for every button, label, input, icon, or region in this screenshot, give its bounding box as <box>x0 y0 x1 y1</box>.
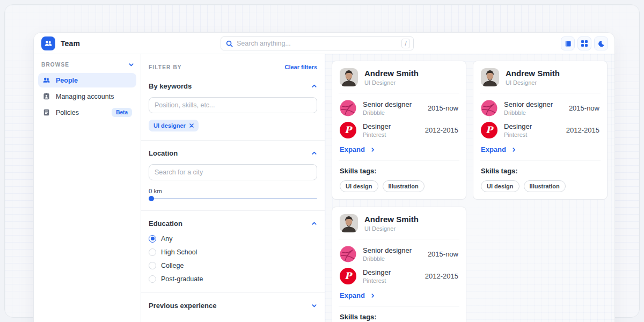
top-bar: Team / <box>34 33 614 54</box>
radio-button[interactable] <box>149 235 156 243</box>
position-title: Desinger <box>363 268 419 276</box>
sidebar-item-label: Policies <box>56 109 79 116</box>
search-input[interactable] <box>237 40 401 47</box>
search-shortcut-key: / <box>401 39 410 48</box>
radio-college[interactable]: College <box>149 260 317 270</box>
chevron-up-icon[interactable] <box>311 83 317 89</box>
chevron-right-icon <box>370 147 376 152</box>
education-section-header[interactable]: Education <box>149 219 317 228</box>
filter-divider <box>141 292 325 293</box>
moon-icon <box>598 40 605 47</box>
pinterest-icon: P <box>481 122 497 138</box>
dark-mode-button[interactable] <box>594 36 608 50</box>
position-title: Senior designer <box>363 246 421 254</box>
apps-button[interactable] <box>577 36 591 50</box>
top-actions <box>561 36 608 50</box>
book-icon <box>565 40 572 47</box>
clear-filters-link[interactable]: Clear filters <box>284 64 317 70</box>
experience-section-header[interactable]: Previous experience <box>149 302 317 310</box>
profile-card: Andrew Smith UI Designer Senior designer… <box>332 61 466 200</box>
expand-button[interactable]: Expand <box>481 145 599 153</box>
keywords-section-header[interactable]: By keywords <box>149 82 317 90</box>
position-period: 2015-now <box>428 250 458 258</box>
keyword-tag[interactable]: UI designer <box>149 120 199 131</box>
policies-icon <box>42 108 50 116</box>
skills-label: Skills tags: <box>481 167 599 175</box>
location-section-title: Location <box>149 149 178 157</box>
filters-panel: FILTER BY Clear filters By keywords UI d… <box>141 54 325 322</box>
experience-row: P Desinger Pinterest 2012-2015 <box>340 268 458 284</box>
person-role: UI Designer <box>364 225 419 232</box>
sidebar-item-label: Managing accounts <box>56 93 114 100</box>
sidebar-item-label: People <box>56 77 78 84</box>
skill-tag: Illustration <box>383 180 425 192</box>
card-divider <box>339 93 459 93</box>
browse-section-header[interactable]: BROWSE <box>38 62 136 68</box>
global-search[interactable]: / <box>221 36 414 50</box>
position-period: 2015-now <box>569 104 599 112</box>
position-title: Desinger <box>363 122 419 130</box>
app-title: Team <box>61 39 80 48</box>
radio-high-school[interactable]: High School <box>149 247 317 257</box>
experience-timeline: Senior designer Dribbble 2015-now P Desi… <box>340 246 458 284</box>
person-role: UI Designer <box>364 79 419 86</box>
skills-label: Skills tags: <box>340 313 458 321</box>
person-name: Andrew Smith <box>364 69 419 78</box>
expand-button[interactable]: Expand <box>340 291 458 299</box>
location-section-header[interactable]: Location <box>149 149 317 157</box>
filter-divider <box>141 140 325 141</box>
position-title: Desinger <box>504 122 560 130</box>
chevron-up-icon[interactable] <box>311 221 317 226</box>
cards-grid: Andrew Smith UI Designer Senior designer… <box>332 61 608 322</box>
city-search-input[interactable] <box>149 164 317 180</box>
distance-slider[interactable] <box>149 195 317 202</box>
card-divider <box>339 239 459 239</box>
experience-row: Senior designer Dribbble 2015-now <box>481 100 599 116</box>
chevron-down-icon[interactable] <box>311 303 317 309</box>
dribbble-icon <box>481 100 497 116</box>
sidebar-item-people[interactable]: People <box>38 73 136 87</box>
slider-track[interactable] <box>149 198 317 199</box>
chevron-up-icon[interactable] <box>311 150 317 156</box>
radio-button[interactable] <box>149 248 156 256</box>
expand-button[interactable]: Expand <box>340 145 458 153</box>
position-title: Senior designer <box>504 100 562 108</box>
results-area: Andrew Smith UI Designer Senior designer… <box>325 54 614 322</box>
radio-button[interactable] <box>149 275 156 283</box>
grid-icon <box>581 40 588 47</box>
beta-badge: Beta <box>112 108 132 117</box>
search-icon <box>226 40 233 47</box>
sidebar-item-policies[interactable]: Policies Beta <box>38 105 136 120</box>
chevron-down-icon[interactable] <box>128 62 134 68</box>
experience-row: Senior designer Dribbble 2015-now <box>340 246 458 262</box>
position-period: 2012-2015 <box>425 126 458 134</box>
sidebar-item-managing-accounts[interactable]: Managing accounts <box>38 89 136 104</box>
keywords-input[interactable] <box>149 97 317 113</box>
pinterest-icon: P <box>340 268 356 284</box>
radio-any[interactable]: Any <box>149 233 317 244</box>
education-section-title: Education <box>149 219 182 228</box>
slider-knob[interactable] <box>149 196 154 201</box>
filters-heading: FILTER BY <box>149 64 182 70</box>
browse-label: BROWSE <box>41 62 69 68</box>
position-company: Pinterest <box>504 131 560 138</box>
close-icon[interactable] <box>189 123 194 128</box>
book-button[interactable] <box>561 36 575 50</box>
position-company: Pinterest <box>363 131 419 138</box>
app-window: Team / <box>33 32 615 322</box>
position-company: Dribbble <box>504 109 562 116</box>
skill-tag: Illustration <box>524 180 566 192</box>
skills-label: Skills tags: <box>340 167 458 175</box>
position-company: Pinterest <box>363 277 419 284</box>
position-company: Dribbble <box>363 255 421 262</box>
card-divider <box>480 93 601 93</box>
position-period: 2012-2015 <box>425 272 458 280</box>
profile-card: Andrew Smith UI Designer Senior designer… <box>473 61 608 200</box>
radio-button[interactable] <box>149 262 156 269</box>
card-divider <box>339 306 459 306</box>
experience-timeline: Senior designer Dribbble 2015-now P Desi… <box>340 100 458 138</box>
distance-value: 0 km <box>149 188 317 194</box>
experience-timeline: Senior designer Dribbble 2015-now P Desi… <box>481 100 599 138</box>
position-title: Senior designer <box>363 100 421 108</box>
radio-post-graduate[interactable]: Post-graduate <box>149 274 317 284</box>
